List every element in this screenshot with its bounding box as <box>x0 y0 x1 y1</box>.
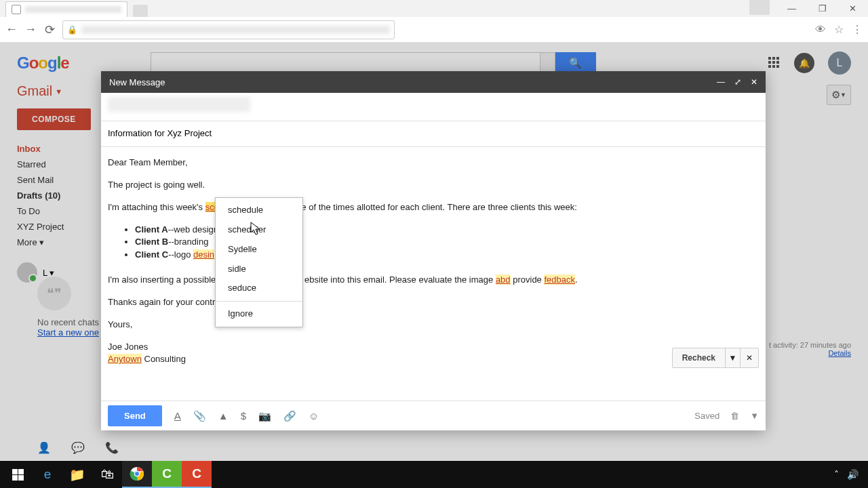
taskbar-explorer[interactable]: 📁 <box>62 461 92 488</box>
compose-minimize-icon[interactable]: — <box>717 77 725 87</box>
recipient-blur <box>108 97 250 112</box>
misspell-desin[interactable]: desin <box>193 249 214 260</box>
back-button[interactable]: ← <box>5 24 18 36</box>
taskbar-recorder[interactable]: C <box>182 461 212 488</box>
window-minimize-button[interactable]: — <box>776 0 807 17</box>
compose-title: New Message <box>109 77 165 87</box>
compose-header[interactable]: New Message — ⤢ ✕ <box>101 71 766 93</box>
recheck-dropdown[interactable]: ▼ <box>726 348 741 367</box>
money-icon[interactable]: $ <box>241 410 246 422</box>
misspell-abd[interactable]: abd <box>496 274 511 285</box>
tray-chevron-icon[interactable]: ˄ <box>834 469 839 480</box>
body-p1: The project is going well. <box>108 179 759 192</box>
spellcheck-menu: schedule scheduler Sydelle sidle seduce … <box>215 197 303 327</box>
sig-name: Joe Jones <box>108 342 148 352</box>
compose-footer: Send A 📎 ▲ $ 📷 🔗 ☺ Saved 🗑 ▼ <box>101 401 766 430</box>
compose-popout-icon[interactable]: ⤢ <box>734 77 741 87</box>
spell-suggestion[interactable]: seduce <box>216 279 302 298</box>
start-button[interactable] <box>3 461 33 488</box>
compose-window: New Message — ⤢ ✕ Information for Xyz Pr… <box>101 71 766 430</box>
bookmark-star-icon[interactable]: ☆ <box>834 23 844 36</box>
compose-body[interactable]: Dear Team Member, The project is going w… <box>101 147 766 401</box>
emoji-icon[interactable]: ☺ <box>309 410 319 422</box>
browser-tab-bar: — ❐ ✕ <box>0 0 868 17</box>
body-p4: Thanks again for your contri <box>108 296 759 309</box>
tray-volume-icon[interactable]: 🔊 <box>847 469 859 480</box>
spellcheck-toolbar: Recheck ▼ ✕ <box>672 348 759 368</box>
url-blur <box>81 26 390 34</box>
taskbar-camtasia[interactable]: C <box>152 461 182 488</box>
window-close-button[interactable]: ✕ <box>837 0 868 17</box>
body-closing: Yours, <box>108 319 759 331</box>
reload-button[interactable]: ⟳ <box>43 24 56 36</box>
tab-title-blur <box>25 6 121 13</box>
window-maximize-button[interactable]: ❐ <box>807 0 837 17</box>
misspell-fedback[interactable]: fedback <box>544 274 575 285</box>
spell-suggestion[interactable]: schedule <box>216 201 302 220</box>
more-options-icon[interactable]: ▼ <box>750 411 759 421</box>
browser-tab[interactable] <box>5 1 127 17</box>
compose-close-icon[interactable]: ✕ <box>751 77 757 87</box>
photo-icon[interactable]: 📷 <box>258 410 271 422</box>
spell-ignore[interactable]: Ignore <box>216 304 302 324</box>
chrome-profile-icon[interactable] <box>749 0 770 15</box>
send-button[interactable]: Send <box>108 405 162 426</box>
windows-taskbar: e 📁 🛍 C C ˄ 🔊 <box>0 461 868 488</box>
gmail-page: Google 🔍 🔔 L Gmail▼ COMPOSE Inbox Starre… <box>0 43 868 461</box>
link-icon[interactable]: 🔗 <box>283 410 296 422</box>
eye-icon[interactable]: 👁 <box>815 24 826 36</box>
taskbar-chrome[interactable] <box>122 461 152 488</box>
taskbar-edge[interactable]: e <box>33 461 62 488</box>
lock-icon: 🔒 <box>67 25 77 35</box>
discard-icon[interactable]: 🗑 <box>730 411 739 421</box>
url-input[interactable]: 🔒 <box>62 20 395 39</box>
body-p3: I'm also inserting a possible xxxxxxxxxx… <box>108 274 759 287</box>
tab-favicon <box>12 5 21 14</box>
drive-icon[interactable]: ▲ <box>218 410 229 422</box>
body-greeting: Dear Team Member, <box>108 157 759 169</box>
spell-suggestion[interactable]: scheduler <box>216 220 302 240</box>
address-bar: ← → ⟳ 🔒 👁 ☆ ⋮ <box>0 17 868 43</box>
recheck-button[interactable]: Recheck <box>673 348 726 367</box>
signature: Joe Jones Anytown Consulting <box>108 341 759 367</box>
saved-text: Saved <box>694 411 719 421</box>
window-controls: — ❐ ✕ <box>749 0 868 17</box>
body-p2: I'm attaching this week's scedule. Pleas… <box>108 201 759 214</box>
svg-point-2 <box>134 471 139 476</box>
recheck-close[interactable]: ✕ <box>741 348 758 367</box>
to-field[interactable] <box>101 93 766 121</box>
new-tab-button[interactable] <box>133 5 148 17</box>
formatting-icon[interactable]: A <box>174 410 181 422</box>
subject-field[interactable]: Information for Xyz Project <box>101 121 766 147</box>
spell-suggestion[interactable]: sidle <box>216 260 302 279</box>
spell-suggestion[interactable]: Sydelle <box>216 240 302 260</box>
forward-button[interactable]: → <box>24 24 37 36</box>
chrome-menu-icon[interactable]: ⋮ <box>852 23 863 36</box>
attach-icon[interactable]: 📎 <box>193 410 206 422</box>
taskbar-store[interactable]: 🛍 <box>92 461 122 488</box>
misspell-anytown[interactable]: Anytown <box>108 354 142 364</box>
